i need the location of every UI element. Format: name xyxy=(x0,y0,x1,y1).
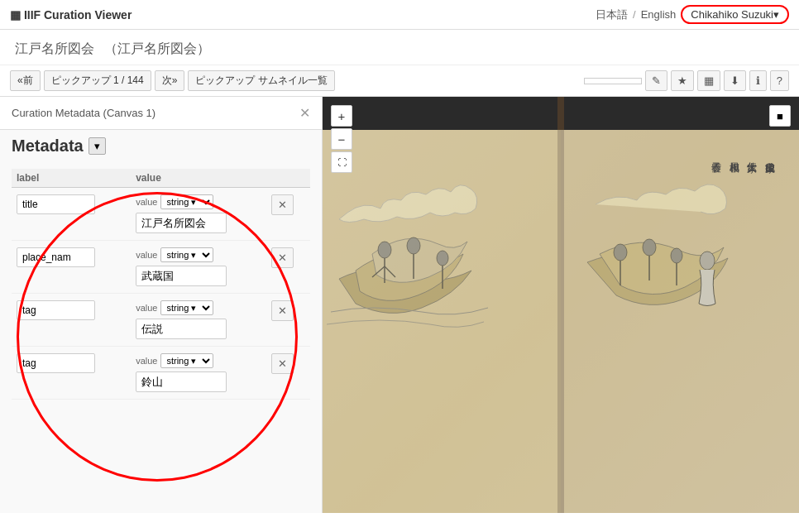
label-input-2[interactable] xyxy=(17,300,95,320)
metadata-table: label value value xyxy=(12,169,310,400)
value-label-1: value xyxy=(136,250,157,260)
metadata-title-row: Metadata ▾ xyxy=(0,130,322,162)
user-menu-button[interactable]: Chikahiko Suzuki▾ xyxy=(681,5,789,24)
svg-point-14 xyxy=(671,248,682,263)
svg-point-10 xyxy=(614,244,627,261)
help-icon-btn[interactable]: ? xyxy=(770,70,789,91)
delete-cell-1: ✕ xyxy=(266,241,310,294)
value-input-2[interactable] xyxy=(136,319,227,339)
label-cell xyxy=(12,294,131,347)
value-cell-3: value string ▾ number xyxy=(131,347,266,400)
panel-header: Curation Metadata (Canvas 1) ✕ xyxy=(0,97,322,130)
value-label-2: value xyxy=(136,303,157,313)
svg-point-12 xyxy=(643,239,656,256)
page-title-bar: 江戸名所図会 （江戸名所図会） xyxy=(0,30,799,65)
fit-screen-button[interactable]: ⛶ xyxy=(331,151,352,173)
label-input-3[interactable] xyxy=(17,353,95,373)
value-type-select-0[interactable]: string ▾ number date xyxy=(160,194,213,209)
metadata-dropdown-button[interactable]: ▾ xyxy=(89,137,106,155)
label-input-0[interactable] xyxy=(17,194,95,214)
label-cell xyxy=(12,188,131,241)
book-illustration: 後畠山成家仕大伝家相模風春霞子 xyxy=(323,97,799,513)
main-area: Curation Metadata (Canvas 1) ✕ Metadata … xyxy=(0,97,799,513)
pickup-thumb-button[interactable]: ピックアップ サムネイル一覧 xyxy=(188,70,334,91)
value-type-select-1[interactable]: string ▾ number date xyxy=(160,247,213,262)
svg-point-6 xyxy=(407,237,420,254)
prev-button[interactable]: «前 xyxy=(10,70,41,91)
label-input-1[interactable] xyxy=(17,247,95,267)
value-cell-2: value string ▾ number date xyxy=(131,294,266,347)
metadata-table-wrap: label value value xyxy=(0,162,322,406)
delete-button-1[interactable]: ✕ xyxy=(271,247,294,268)
edit-icon-btn[interactable]: ✎ xyxy=(645,70,667,91)
panel-title: Curation Metadata (Canvas 1) xyxy=(12,107,155,119)
zoom-out-button[interactable]: − xyxy=(331,128,352,150)
viewer-controls: + − ⛶ xyxy=(331,105,352,173)
zoom-in-button[interactable]: + xyxy=(331,105,352,127)
value-label-3: value xyxy=(136,356,157,366)
lang-separator: / xyxy=(633,8,636,21)
value-input-3[interactable] xyxy=(136,371,227,392)
metadata-panel: Curation Metadata (Canvas 1) ✕ Metadata … xyxy=(0,97,323,513)
topbar: ▦ IIIF Curation Viewer 日本語 / English Chi… xyxy=(0,0,799,30)
value-type-select-2[interactable]: string ▾ number date xyxy=(160,300,213,315)
value-cell-0: value string ▾ number date xyxy=(131,188,266,241)
svg-point-16 xyxy=(700,252,715,270)
image-viewer-panel: + − ⛶ ■ xyxy=(323,97,799,513)
pickup-button[interactable]: ピックアップ 1 / 144 xyxy=(44,70,151,91)
lang-en-btn[interactable]: English xyxy=(641,8,677,21)
value-cell-1: value string ▾ number date xyxy=(131,241,266,294)
svg-rect-0 xyxy=(323,130,561,513)
download-icon-btn[interactable]: ⬇ xyxy=(724,70,746,91)
metadata-section-label: Metadata xyxy=(12,137,84,156)
book-illustration-svg xyxy=(323,130,799,513)
lang-ja-btn[interactable]: 日本語 xyxy=(596,7,628,22)
label-cell xyxy=(12,241,131,294)
svg-point-8 xyxy=(437,251,448,266)
delete-button-3[interactable]: ✕ xyxy=(271,353,294,374)
topbar-left: ▦ IIIF Curation Viewer xyxy=(10,8,132,22)
delete-cell-3: ✕ xyxy=(266,347,310,400)
value-label-0: value xyxy=(136,197,157,207)
delete-cell-2: ✕ xyxy=(266,294,310,347)
page-title-sub: （江戸名所図会） xyxy=(104,41,210,55)
table-row: value string ▾ number ✕ xyxy=(12,347,310,400)
toolbar: «前 ピックアップ 1 / 144 次» ピックアップ サムネイル一覧 ✎ ★ … xyxy=(0,65,799,97)
topbar-right: 日本語 / English Chikahiko Suzuki▾ xyxy=(596,5,789,24)
info-icon-btn[interactable]: ℹ xyxy=(749,70,767,91)
value-input-0[interactable] xyxy=(136,213,227,233)
delete-button-0[interactable]: ✕ xyxy=(271,194,294,215)
page-counter xyxy=(584,78,642,84)
svg-point-2 xyxy=(378,242,391,258)
page-title: 江戸名所図会 xyxy=(15,41,94,55)
value-input-1[interactable] xyxy=(136,266,227,286)
col-value-header: value xyxy=(131,169,266,188)
next-button[interactable]: 次» xyxy=(155,70,185,91)
fullscreen-button[interactable]: ■ xyxy=(769,105,791,127)
delete-cell-0: ✕ xyxy=(266,188,310,241)
toolbar-right: ✎ ★ ▦ ⬇ ℹ ? xyxy=(584,70,789,91)
toolbar-left: «前 ピックアップ 1 / 144 次» ピックアップ サムネイル一覧 xyxy=(10,70,335,91)
app-logo: ▦ IIIF Curation Viewer xyxy=(10,8,132,22)
grid-icon-btn[interactable]: ▦ xyxy=(697,70,720,91)
table-row: value string ▾ number date xyxy=(12,241,310,294)
delete-button-2[interactable]: ✕ xyxy=(271,300,294,321)
svg-rect-1 xyxy=(561,130,799,513)
col-label-header: label xyxy=(12,169,131,188)
table-row: value string ▾ number date xyxy=(12,294,310,347)
value-type-select-3[interactable]: string ▾ number xyxy=(160,353,213,368)
panel-close-button[interactable]: ✕ xyxy=(299,105,310,121)
table-row: value string ▾ number date xyxy=(12,188,310,241)
star-icon-btn[interactable]: ★ xyxy=(671,70,694,91)
label-cell xyxy=(12,347,131,400)
